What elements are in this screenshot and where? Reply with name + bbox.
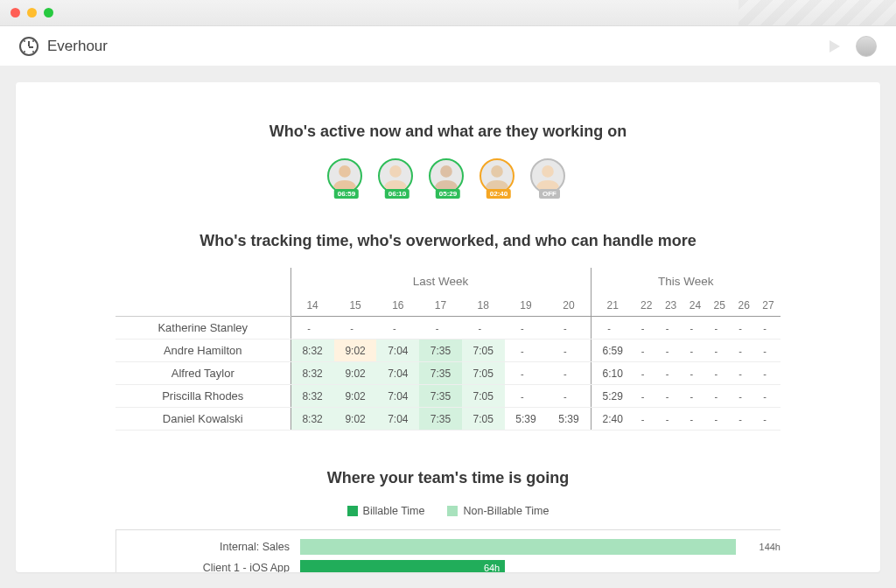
- time-cell: -: [707, 340, 732, 362]
- time-cell: -: [707, 385, 732, 408]
- dashboard-card: Who's active now and what are they worki…: [16, 82, 880, 572]
- time-cell: 9:02: [334, 408, 377, 430]
- play-icon[interactable]: [830, 40, 840, 52]
- chart-bar-row[interactable]: Client 1 - iOS App64h: [116, 560, 780, 572]
- person-name: Andre Hamilton: [116, 340, 290, 362]
- billable-swatch-icon: [347, 506, 358, 516]
- time-cell: -: [659, 340, 683, 362]
- time-cell: -: [659, 317, 683, 340]
- time-cell: -: [659, 385, 683, 408]
- time-cell: -: [547, 317, 591, 340]
- day-header: 23: [659, 295, 683, 317]
- time-cell: -: [707, 317, 732, 340]
- user-chip[interactable]: 02:40: [480, 158, 518, 193]
- time-cell: -: [634, 385, 659, 408]
- bar-track: 64h: [300, 560, 780, 572]
- bar-value-label: 144h: [754, 542, 780, 552]
- day-header: 19: [505, 295, 548, 317]
- svg-point-2: [440, 165, 452, 178]
- day-header: 25: [707, 295, 732, 317]
- time-cell: 9:02: [334, 385, 377, 408]
- time-cell: -: [591, 317, 634, 340]
- user-chip[interactable]: 05:29: [429, 158, 467, 193]
- avatar: [480, 158, 514, 193]
- window-maximize-icon[interactable]: [44, 8, 53, 18]
- table-row[interactable]: Andre Hamilton8:329:027:047:357:05--6:59…: [116, 340, 780, 362]
- time-cell: 5:29: [591, 385, 634, 408]
- time-badge: 06:10: [385, 189, 410, 199]
- allocation-title: Where your team's time is going: [116, 469, 780, 487]
- time-cell: 7:35: [419, 340, 462, 362]
- time-cell: 7:05: [462, 340, 505, 362]
- time-badge: 06:59: [334, 189, 359, 199]
- time-cell: -: [732, 340, 756, 362]
- svg-point-4: [542, 165, 554, 178]
- window-close-icon[interactable]: [10, 8, 20, 18]
- time-cell: 5:39: [505, 408, 548, 430]
- time-cell: 8:32: [290, 408, 334, 430]
- time-cell: -: [547, 362, 591, 385]
- time-cell: 7:35: [419, 408, 462, 430]
- time-cell: -: [682, 385, 707, 408]
- time-cell: -: [756, 408, 780, 430]
- bar-track: [300, 539, 754, 555]
- user-chip[interactable]: 06:10: [378, 158, 416, 193]
- user-chip[interactable]: OFF: [530, 158, 569, 193]
- legend-nonbillable: Non-Billable Time: [447, 505, 549, 517]
- legend-billable: Billable Time: [347, 505, 425, 517]
- time-cell: 2:40: [591, 408, 634, 430]
- chart-bar-row[interactable]: Internal: Sales144h: [116, 539, 780, 555]
- time-badge: 02:40: [486, 189, 511, 199]
- day-header: 21: [591, 295, 634, 317]
- time-cell: -: [634, 362, 659, 385]
- main-viewport: Who's active now and what are they worki…: [0, 66, 896, 588]
- time-cell: -: [462, 317, 505, 340]
- time-cell: 9:02: [334, 362, 377, 385]
- time-cell: -: [634, 340, 659, 362]
- table-row[interactable]: Priscilla Rhodes8:329:027:047:357:05--5:…: [116, 385, 780, 408]
- time-cell: -: [707, 362, 732, 385]
- logo[interactable]: Everhour: [19, 37, 108, 56]
- column-group-last-week: Last Week: [290, 268, 591, 295]
- time-cell: -: [659, 362, 683, 385]
- day-header: 20: [547, 295, 591, 317]
- time-cell: -: [505, 340, 548, 362]
- person-name: Daniel Kowalski: [116, 408, 290, 430]
- avatar: [327, 158, 362, 193]
- time-cell: 7:05: [462, 362, 505, 385]
- time-cell: -: [505, 317, 548, 340]
- active-users-row: 06:5906:1005:2902:40OFF: [68, 158, 828, 193]
- time-badge: 05:29: [436, 189, 460, 199]
- time-cell: -: [732, 317, 756, 340]
- time-cell: 8:32: [290, 362, 334, 385]
- day-header: 24: [682, 295, 707, 317]
- time-cell: -: [290, 317, 334, 340]
- day-header: 17: [419, 295, 462, 317]
- time-cell: -: [756, 362, 780, 385]
- table-row[interactable]: Daniel Kowalski8:329:027:047:357:055:395…: [116, 408, 780, 430]
- time-cell: 7:04: [376, 408, 419, 430]
- table-row[interactable]: Katherine Stanley--------------: [116, 317, 780, 340]
- time-cell: -: [634, 317, 659, 340]
- chart-legend: Billable Time Non-Billable Time: [116, 505, 780, 517]
- time-cell: -: [634, 408, 659, 430]
- avatar: [429, 158, 464, 193]
- browser-chrome: [0, 0, 896, 26]
- time-allocation-section: Where your team's time is going Billable…: [116, 469, 780, 572]
- time-cell: 6:10: [591, 362, 634, 385]
- table-row[interactable]: Alfred Taylor8:329:027:047:357:05--6:10-…: [116, 362, 780, 385]
- time-cell: -: [732, 408, 756, 430]
- time-cell: -: [732, 362, 756, 385]
- user-chip[interactable]: 06:59: [327, 158, 366, 193]
- window-minimize-icon[interactable]: [27, 8, 37, 18]
- day-header: 27: [756, 295, 780, 317]
- person-name: Priscilla Rhodes: [116, 385, 290, 408]
- current-user-avatar[interactable]: [856, 36, 877, 57]
- brand-name: Everhour: [47, 38, 108, 55]
- svg-point-0: [339, 165, 351, 178]
- time-cell: 5:39: [547, 408, 591, 430]
- time-cell: -: [732, 385, 756, 408]
- time-cell: -: [547, 385, 591, 408]
- time-cell: -: [756, 340, 780, 362]
- tracking-title: Who's tracking time, who's overworked, a…: [68, 232, 828, 250]
